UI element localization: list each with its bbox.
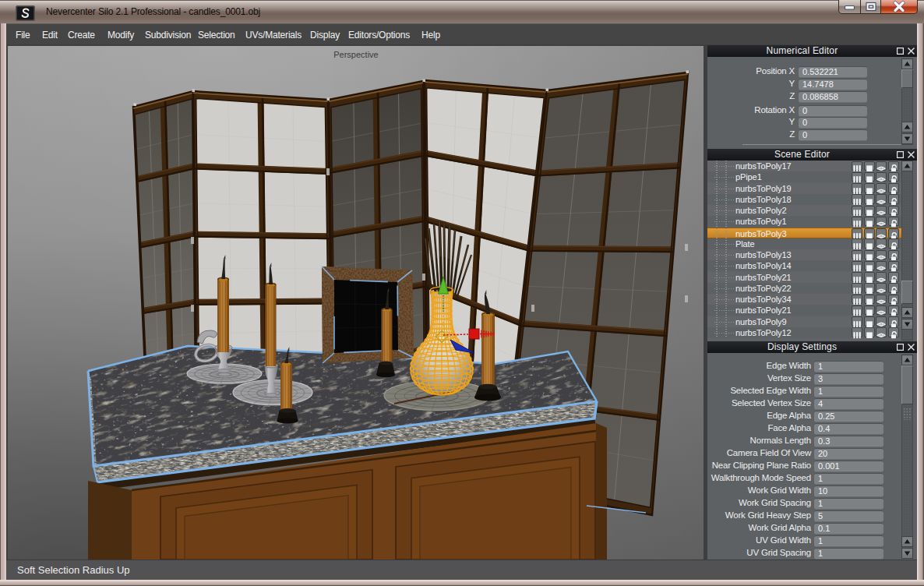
svg-text:Perspective: Perspective (333, 50, 378, 59)
